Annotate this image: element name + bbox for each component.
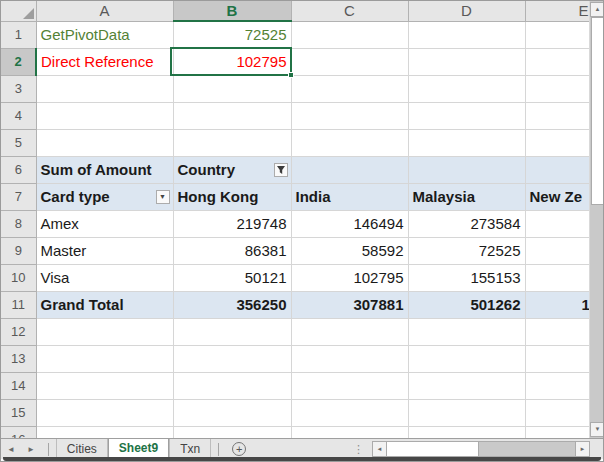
cell-B11[interactable]: 356250	[173, 291, 291, 318]
cell-C14[interactable]	[291, 372, 408, 399]
row-header-11[interactable]: 11	[1, 291, 36, 318]
tab-scroll-left-button[interactable]: ◄	[1, 445, 21, 454]
row-header-15[interactable]: 15	[1, 399, 36, 426]
cell-D2[interactable]	[408, 48, 525, 75]
row-header-5[interactable]: 5	[1, 129, 36, 156]
cell-C2[interactable]	[291, 48, 408, 75]
cell-C15[interactable]	[291, 399, 408, 426]
cell-D13[interactable]	[408, 345, 525, 372]
cell-D11[interactable]: 501262	[408, 291, 525, 318]
cell-C8[interactable]: 146494	[291, 210, 408, 237]
cell-A14[interactable]	[36, 372, 173, 399]
cell-C9[interactable]: 58592	[291, 237, 408, 264]
column-header-E[interactable]: E	[525, 1, 589, 21]
cell-E8[interactable]	[525, 210, 589, 237]
cell-B3[interactable]	[173, 75, 291, 102]
cell-B10[interactable]: 50121	[173, 264, 291, 291]
cell-B2-active[interactable]: 102795	[173, 48, 291, 75]
cell-E10[interactable]	[525, 264, 589, 291]
cell-C16[interactable]	[291, 426, 408, 438]
cell-D15[interactable]	[408, 399, 525, 426]
cell-D12[interactable]	[408, 318, 525, 345]
cell-A15[interactable]	[36, 399, 173, 426]
cell-B16[interactable]	[173, 426, 291, 438]
pivot-value-field-cell[interactable]: Sum of Amount	[36, 156, 173, 183]
scrollbar-splitter-handle[interactable]: ⋮	[353, 443, 364, 456]
column-header-C[interactable]: C	[291, 1, 408, 21]
cell-B1[interactable]: 72525	[173, 21, 291, 48]
cell-A12[interactable]	[36, 318, 173, 345]
horizontal-scrollbar[interactable]: ◄ ►	[372, 441, 590, 457]
sheet-tab-txn[interactable]: Txn	[169, 439, 211, 459]
pivot-colheader-hong-kong[interactable]: Hong Kong	[173, 183, 291, 210]
cell-E3[interactable]	[525, 75, 589, 102]
pivot-row-field-cell[interactable]: Card type ▼	[36, 183, 173, 210]
column-header-B[interactable]: B	[173, 1, 291, 21]
cell-E9[interactable]	[525, 237, 589, 264]
sheet-tab-sheet9[interactable]: Sheet9	[108, 439, 169, 459]
cell-E6[interactable]	[525, 156, 589, 183]
cell-A1[interactable]: GetPivotData	[36, 21, 173, 48]
cell-E1[interactable]	[525, 21, 589, 48]
cell-E14[interactable]	[525, 372, 589, 399]
cell-B12[interactable]	[173, 318, 291, 345]
scroll-left-button[interactable]: ◄	[373, 442, 387, 456]
card-type-filter-dropdown[interactable]: ▼	[156, 190, 170, 204]
row-header-1[interactable]: 1	[1, 21, 36, 48]
sheet-tab-cities[interactable]: Cities	[56, 439, 108, 459]
row-header-8[interactable]: 8	[1, 210, 36, 237]
cell-E15[interactable]	[525, 399, 589, 426]
scroll-down-button[interactable]: ▼	[590, 422, 604, 437]
cell-B5[interactable]	[173, 129, 291, 156]
row-header-13[interactable]: 13	[1, 345, 36, 372]
cell-A16[interactable]	[36, 426, 173, 438]
cell-E12[interactable]	[525, 318, 589, 345]
pivot-column-field-cell[interactable]: Country	[173, 156, 291, 183]
cell-E2[interactable]	[525, 48, 589, 75]
row-header-2[interactable]: 2	[1, 48, 36, 75]
cell-A13[interactable]	[36, 345, 173, 372]
cell-A5[interactable]	[36, 129, 173, 156]
row-header-9[interactable]: 9	[1, 237, 36, 264]
cell-D4[interactable]	[408, 102, 525, 129]
cell-B14[interactable]	[173, 372, 291, 399]
cell-E4[interactable]	[525, 102, 589, 129]
pivot-rowlabel-master[interactable]: Master	[36, 237, 173, 264]
cell-B9[interactable]: 86381	[173, 237, 291, 264]
cell-D5[interactable]	[408, 129, 525, 156]
pivot-colheader-malaysia[interactable]: Malaysia	[408, 183, 525, 210]
pivot-rowlabel-visa[interactable]: Visa	[36, 264, 173, 291]
scroll-right-button[interactable]: ►	[575, 442, 589, 456]
cell-C11[interactable]: 307881	[291, 291, 408, 318]
cell-D9[interactable]: 72525	[408, 237, 525, 264]
cell-D1[interactable]	[408, 21, 525, 48]
row-header-6[interactable]: 6	[1, 156, 36, 183]
cell-D10[interactable]: 155153	[408, 264, 525, 291]
cell-B8[interactable]: 219748	[173, 210, 291, 237]
cell-C10[interactable]: 102795	[291, 264, 408, 291]
row-header-3[interactable]: 3	[1, 75, 36, 102]
pivot-grand-total-label[interactable]: Grand Total	[36, 291, 173, 318]
cell-C3[interactable]	[291, 75, 408, 102]
cell-C6[interactable]	[291, 156, 408, 183]
cell-B4[interactable]	[173, 102, 291, 129]
horizontal-scroll-thumb[interactable]	[387, 442, 479, 456]
vertical-scroll-thumb[interactable]	[591, 17, 604, 205]
pivot-colheader-new-zealand[interactable]: New Ze	[525, 183, 589, 210]
country-filter-button[interactable]	[274, 163, 288, 177]
cell-E11[interactable]: 1	[525, 291, 589, 318]
row-header-4[interactable]: 4	[1, 102, 36, 129]
cell-C13[interactable]	[291, 345, 408, 372]
cell-E5[interactable]	[525, 129, 589, 156]
select-all-corner[interactable]	[1, 1, 36, 21]
row-header-16[interactable]: 16	[1, 426, 36, 438]
pivot-colheader-india[interactable]: India	[291, 183, 408, 210]
row-header-10[interactable]: 10	[1, 264, 36, 291]
column-header-D[interactable]: D	[408, 1, 525, 21]
cell-D3[interactable]	[408, 75, 525, 102]
cell-B15[interactable]	[173, 399, 291, 426]
scroll-up-button[interactable]: ▲	[590, 2, 604, 17]
horizontal-scroll-track[interactable]	[479, 442, 575, 456]
cell-B13[interactable]	[173, 345, 291, 372]
new-sheet-button[interactable]: +	[232, 442, 246, 456]
